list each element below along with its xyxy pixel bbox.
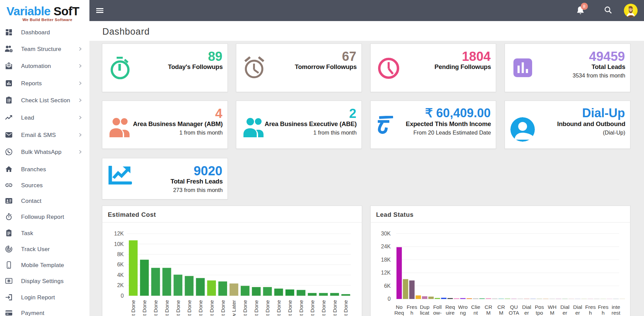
svg-text:No: No [396,304,403,310]
svg-text:Appointment Done: Appointment Done [209,300,215,316]
svg-text:Appointment Done: Appointment Done [309,300,315,316]
svg-text:Appointment Done: Appointment Done [332,300,338,316]
svg-text:0: 0 [121,293,124,299]
svg-text:Appointment Done: Appointment Done [130,300,136,316]
svg-text:Appointment Done: Appointment Done [242,300,248,316]
svg-text:rest: rest [611,310,621,316]
svg-text:ow-: ow- [433,310,442,316]
svg-text:Wro: Wro [458,304,468,310]
svg-text:Appointment Done: Appointment Done [141,300,147,316]
svg-text:Follow Later: Follow Later [231,300,237,316]
svg-text:er: er [575,310,580,316]
svg-text:Appointment Done: Appointment Done [287,300,293,316]
svg-text:6K: 6K [384,283,391,289]
svg-text:Fres: Fres [585,304,596,310]
svg-text:Appointment Done: Appointment Done [343,300,349,316]
svg-text:12K: 12K [381,270,391,276]
svg-text:Dial: Dial [573,304,582,310]
svg-text:M: M [499,310,503,316]
svg-text:Appointment Done: Appointment Done [276,300,282,316]
svg-text:er: er [524,310,529,316]
svg-text:Dup: Dup [420,304,429,310]
svg-text:12K: 12K [114,231,124,236]
svg-text:Dial: Dial [560,304,570,310]
svg-text:Appointment Done: Appointment Done [265,300,270,316]
svg-text:Appointment Done: Appointment Done [253,300,259,316]
svg-text:h: h [410,310,413,316]
svg-text:h: h [589,310,592,316]
svg-text:CR: CR [485,304,492,310]
svg-text:nt: nt [473,310,478,316]
svg-text:Pos: Pos [535,304,544,310]
svg-text:8K: 8K [117,251,124,257]
svg-text:Fres: Fres [407,304,417,310]
svg-text:ng: ng [460,310,466,316]
svg-text:30K: 30K [381,231,391,236]
svg-text:Clie: Clie [471,304,480,310]
svg-text:Req: Req [445,304,455,310]
svg-text:Fres: Fres [598,304,608,310]
svg-text:Appointment Done: Appointment Done [198,300,203,316]
svg-text:h: h [602,310,605,316]
svg-text:Appointment Done: Appointment Done [164,300,170,316]
svg-text:licat: licat [420,310,429,316]
svg-text:inte: inte [612,304,620,310]
svg-text:Req: Req [394,310,404,316]
svg-text:Foll: Foll [433,304,442,310]
svg-text:OTA: OTA [509,310,519,316]
svg-text:4K: 4K [117,272,124,278]
svg-text:24K: 24K [381,244,391,249]
svg-text:2K: 2K [117,282,124,288]
svg-text:QU: QU [510,304,518,310]
svg-text:CR: CR [497,304,505,310]
svg-text:WH: WH [548,304,557,310]
svg-text:tpo: tpo [536,310,543,316]
svg-text:Appointment Done: Appointment Done [175,300,181,316]
svg-text:M: M [486,310,491,316]
svg-text:Appointment Done: Appointment Done [298,300,304,316]
svg-text:Appointment Done: Appointment Done [220,300,226,316]
svg-text:18K: 18K [381,257,391,263]
svg-text:6K: 6K [117,262,124,267]
svg-text:uire: uire [446,310,455,316]
svg-text:Dial: Dial [522,304,531,310]
svg-text:er: er [563,310,567,316]
svg-text:Appointment Done: Appointment Done [153,300,158,316]
svg-text:M: M [550,310,554,316]
svg-text:0: 0 [388,296,391,302]
svg-text:Appointment Done: Appointment Done [186,300,192,316]
svg-text:Appointment Done: Appointment Done [321,300,326,316]
svg-text:10K: 10K [114,241,124,247]
